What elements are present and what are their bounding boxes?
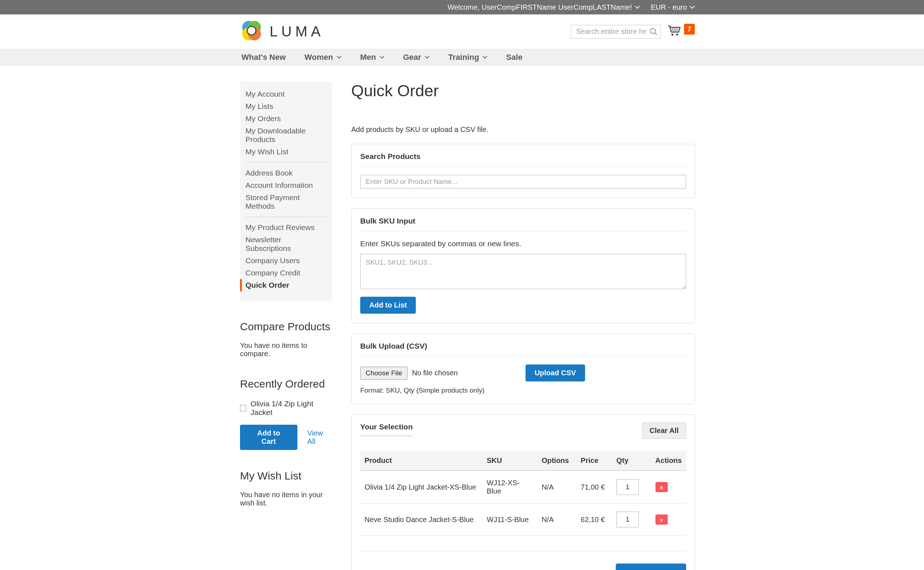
search-box	[570, 25, 661, 38]
remove-item-button[interactable]: x	[655, 482, 668, 492]
bulk-sku-textarea[interactable]	[360, 254, 686, 289]
brand-name: LUMA	[270, 23, 324, 40]
choose-file-button[interactable]: Choose File	[360, 367, 407, 380]
sidebar-item-my-orders[interactable]: My Orders	[240, 112, 332, 125]
cell-price: 62,10 €	[577, 504, 612, 536]
csv-format-hint: Format: SKU, Qty (Simple products only)	[360, 386, 686, 394]
sidebar-item-account-information[interactable]: Account Information	[240, 179, 332, 192]
add-all-to-cart-button[interactable]: Add all to Cart	[616, 564, 686, 570]
account-navigation: My Account My Lists My Orders My Downloa…	[240, 81, 332, 301]
recently-ordered-item-label[interactable]: Olivia 1/4 Zip Light Jacket	[251, 400, 332, 417]
selection-table: Product SKU Options Price Qty Actions Ol…	[360, 451, 686, 552]
cell-sku: WJ11-S-Blue	[483, 504, 537, 536]
chevron-down-icon	[635, 6, 640, 9]
column-header-sku: SKU	[483, 451, 537, 470]
welcome-message: Welcome, UserCompFIRSTName UserCompLASTN…	[447, 3, 632, 12]
recently-ordered-item: Olivia 1/4 Zip Light Jacket	[240, 400, 332, 417]
sidebar-item-quick-order[interactable]: Quick Order	[240, 279, 332, 291]
search-products-title: Search Products	[360, 152, 686, 161]
sidebar-item-stored-payment-methods[interactable]: Stored Payment Methods	[240, 192, 332, 212]
your-selection-title: Your Selection	[360, 423, 412, 436]
view-all-link[interactable]: View All	[307, 429, 332, 446]
sidebar-item-newsletter-subscriptions[interactable]: Newsletter Subscriptions	[240, 234, 332, 254]
qty-input[interactable]	[617, 479, 639, 495]
sidebar-item-my-downloadable-products[interactable]: My Downloadable Products	[240, 125, 332, 146]
recently-ordered-checkbox[interactable]	[240, 405, 246, 411]
chevron-down-icon	[690, 6, 695, 9]
main-navigation: What's New Women Men Gear Training Sale	[0, 49, 924, 66]
sku-search-input[interactable]	[360, 175, 686, 188]
search-icon[interactable]	[649, 28, 658, 38]
divider	[360, 167, 686, 167]
bulk-sku-instruction: Enter SKUs separated by commas or new li…	[360, 239, 686, 248]
divider	[360, 231, 686, 231]
cell-sku: WJ12-XS-Blue	[483, 470, 537, 504]
compare-products-title: Compare Products	[240, 320, 332, 333]
add-to-list-button[interactable]: Add to List	[360, 297, 416, 314]
bulk-sku-title: Bulk SKU Input	[360, 217, 686, 225]
sidebar-item-my-wish-list[interactable]: My Wish List	[240, 146, 332, 158]
chevron-down-icon	[483, 56, 487, 59]
wish-list-title: My Wish List	[240, 470, 332, 482]
column-header-actions: Actions	[651, 451, 686, 470]
minicart-button[interactable]: 7	[667, 25, 695, 38]
add-to-cart-button[interactable]: Add to Cart	[240, 425, 297, 450]
recently-ordered-title: Recently Ordered	[240, 378, 332, 390]
sidebar-divider	[246, 217, 327, 217]
nav-item-women[interactable]: Women	[304, 53, 341, 62]
no-file-chosen-text: No file chosen	[412, 369, 458, 377]
cell-options: N/A	[537, 470, 577, 504]
currency-label: EUR - euro	[651, 3, 687, 12]
column-header-price: Price	[577, 451, 612, 470]
chevron-down-icon	[380, 56, 384, 59]
column-header-product: Product	[360, 451, 483, 470]
column-header-qty: Qty	[612, 451, 651, 470]
page-intro: Add products by SKU or upload a CSV file…	[351, 126, 695, 134]
compare-products-block: Compare Products You have no items to co…	[240, 320, 332, 358]
chevron-down-icon	[337, 56, 341, 59]
bulk-upload-title: Bulk Upload (CSV)	[360, 342, 686, 351]
cell-price: 71,00 €	[577, 470, 612, 504]
welcome-message-dropdown[interactable]: Welcome, UserCompFIRSTName UserCompLASTN…	[447, 3, 640, 12]
table-empty-row	[360, 536, 686, 552]
nav-item-sale[interactable]: Sale	[506, 53, 522, 62]
cell-product-name: Olivia 1/4 Zip Light Jacket-XS-Blue	[360, 470, 483, 504]
compare-products-empty-text: You have no items to compare.	[240, 342, 332, 358]
recently-ordered-block: Recently Ordered Olivia 1/4 Zip Light Ja…	[240, 378, 332, 450]
qty-input[interactable]	[617, 512, 639, 527]
sidebar-item-my-lists[interactable]: My Lists	[240, 100, 332, 112]
sidebar-item-my-account[interactable]: My Account	[240, 88, 332, 100]
bulk-sku-card: Bulk SKU Input Enter SKUs separated by c…	[351, 208, 695, 323]
page-title: Quick Order	[351, 81, 695, 100]
top-panel: Welcome, UserCompFIRSTName UserCompLASTN…	[0, 0, 924, 14]
sidebar-item-my-product-reviews[interactable]: My Product Reviews	[240, 221, 332, 234]
nav-item-men[interactable]: Men	[360, 53, 384, 62]
nav-item-gear[interactable]: Gear	[403, 53, 429, 62]
bulk-upload-card: Bulk Upload (CSV) Choose File No file ch…	[351, 334, 695, 404]
wish-list-block: My Wish List You have no items in your w…	[240, 470, 332, 507]
search-input[interactable]	[570, 25, 661, 38]
luma-logo-icon	[240, 19, 263, 44]
wish-list-empty-text: You have no items in your wish list.	[240, 491, 332, 507]
column-header-options: Options	[537, 451, 577, 470]
search-products-card: Search Products	[351, 144, 695, 198]
remove-item-button[interactable]: x	[655, 515, 668, 524]
currency-switcher[interactable]: EUR - euro	[651, 3, 695, 12]
sidebar-item-company-credit[interactable]: Company Credit	[240, 267, 332, 279]
clear-all-button[interactable]: Clear All	[642, 423, 686, 439]
cell-product-name: Neve Studio Dance Jacket-S-Blue	[360, 504, 483, 536]
store-logo[interactable]: LUMA	[240, 19, 324, 44]
sidebar-item-company-users[interactable]: Company Users	[240, 254, 332, 267]
upload-csv-button[interactable]: Upload CSV	[526, 365, 585, 382]
selection-table-header-row: Product SKU Options Price Qty Actions	[360, 451, 686, 470]
sidebar-divider	[246, 162, 327, 162]
divider	[360, 356, 686, 357]
sidebar-item-address-book[interactable]: Address Book	[240, 167, 332, 179]
cart-icon	[667, 25, 681, 38]
nav-item-training[interactable]: Training	[448, 53, 487, 62]
cell-options: N/A	[537, 504, 577, 536]
nav-item-whats-new[interactable]: What's New	[241, 53, 286, 62]
your-selection-card: Your Selection Clear All Product SKU Opt…	[351, 414, 695, 570]
table-row: Neve Studio Dance Jacket-S-Blue WJ11-S-B…	[360, 504, 686, 536]
table-row: Olivia 1/4 Zip Light Jacket-XS-Blue WJ12…	[360, 470, 686, 504]
